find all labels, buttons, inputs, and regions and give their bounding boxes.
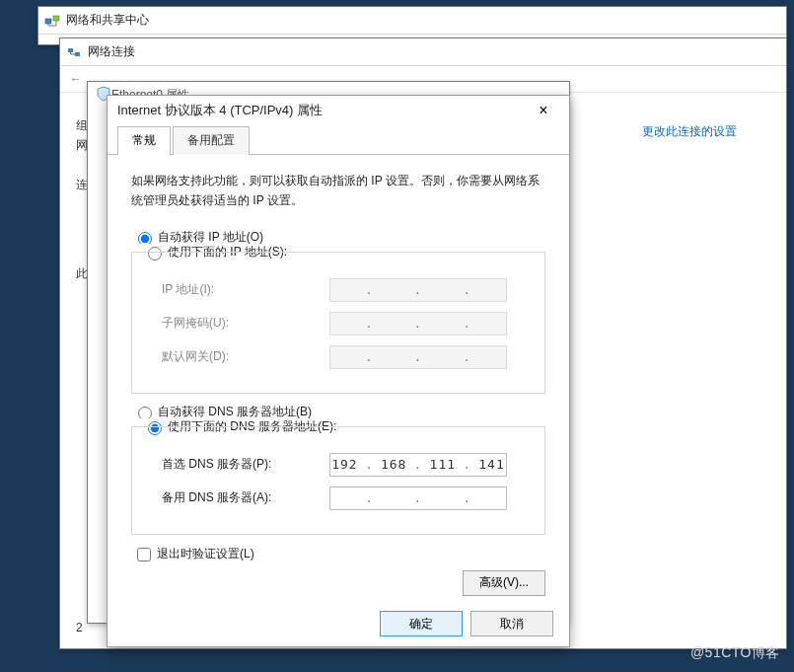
dialog-title: Internet 协议版本 4 (TCP/IPv4) 属性	[117, 102, 323, 119]
cancel-button[interactable]: 取消	[470, 611, 553, 636]
subnet-mask-input: ...	[329, 312, 507, 336]
alternate-dns-label: 备用 DNS 服务器(A):	[162, 489, 329, 506]
dialog-body: 如果网络支持此功能，则可以获取自动指派的 IP 设置。否则，你需要从网络系统管理…	[108, 155, 569, 612]
validate-on-exit-label[interactable]: 退出时验证设置(L)	[157, 546, 254, 562]
alternate-dns-input[interactable]: . . .	[329, 486, 507, 510]
validate-on-exit-row: 退出时验证设置(L)	[133, 545, 545, 564]
row-ip-address: IP 地址(I): ...	[162, 278, 533, 302]
svg-rect-0	[45, 19, 51, 24]
advanced-button[interactable]: 高级(V)...	[463, 570, 545, 596]
row-subnet-mask: 子网掩码(U): ...	[162, 312, 533, 336]
dns-fields-group: 首选 DNS 服务器(P): 192. 168. 111. 141 备用 DNS…	[131, 426, 545, 535]
network-sharing-icon	[44, 13, 60, 29]
ip-fields-group: IP 地址(I): ... 子网掩码(U): ... 默认网关(D): ...	[131, 252, 545, 394]
titlebar-network-sharing-center: 网络和共享中心	[38, 7, 786, 35]
advanced-button-row: 高级(V)...	[131, 570, 545, 596]
svg-rect-1	[53, 16, 59, 21]
row-alternate-dns: 备用 DNS 服务器(A): . . .	[162, 486, 533, 510]
row-preferred-dns: 首选 DNS 服务器(P): 192. 168. 111. 141	[162, 453, 533, 477]
row-default-gateway: 默认网关(D): ...	[162, 345, 533, 369]
dialog-ipv4-properties: Internet 协议版本 4 (TCP/IPv4) 属性 × 常规 备用配置 …	[107, 95, 570, 647]
titlebar-network-connections: 网络连接	[60, 38, 786, 66]
tabs: 常规 备用配置	[108, 127, 569, 155]
tab-alternate-config[interactable]: 备用配置	[173, 126, 250, 155]
ipv4-description: 如果网络支持此功能，则可以获取自动指派的 IP 设置。否则，你需要从网络系统管理…	[131, 171, 545, 211]
preferred-dns-input[interactable]: 192. 168. 111. 141	[329, 453, 507, 477]
close-button[interactable]: ×	[524, 98, 563, 123]
link-change-connection-settings[interactable]: 更改此连接的设置	[642, 123, 737, 140]
ok-button[interactable]: 确定	[380, 611, 463, 636]
left-partial-label-5: 2	[76, 621, 83, 635]
ip-address-label: IP 地址(I):	[162, 281, 329, 298]
validate-on-exit-checkbox[interactable]	[137, 548, 151, 561]
tab-general[interactable]: 常规	[117, 126, 171, 155]
dialog-titlebar: Internet 协议版本 4 (TCP/IPv4) 属性 ×	[108, 96, 569, 125]
dialog-footer: 确定 取消	[108, 611, 569, 636]
back-icon[interactable]: ←	[70, 72, 82, 86]
preferred-dns-label: 首选 DNS 服务器(P):	[162, 456, 329, 473]
ip-address-input: ...	[329, 278, 507, 302]
svg-rect-2	[68, 48, 73, 52]
network-connections-icon	[66, 44, 82, 60]
default-gateway-label: 默认网关(D):	[162, 348, 329, 365]
title-network-sharing-center: 网络和共享中心	[66, 12, 149, 29]
subnet-mask-label: 子网掩码(U):	[162, 315, 329, 332]
title-network-connections: 网络连接	[88, 43, 135, 60]
default-gateway-input: ...	[329, 345, 507, 369]
